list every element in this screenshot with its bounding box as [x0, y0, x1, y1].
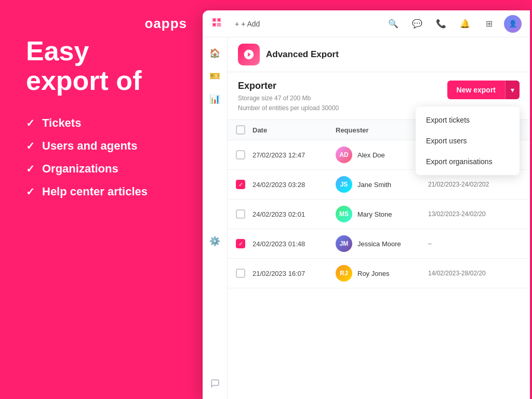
row-date: 21/02/2023 16:07	[252, 270, 336, 277]
row-date: 27/02/2023 12:47	[252, 151, 336, 159]
export-tickets-item[interactable]: Export tickets	[416, 110, 520, 130]
check-icon: ✓	[26, 117, 35, 129]
feature-item-organizations: ✓Organizations	[26, 162, 177, 176]
avatar: AD	[336, 147, 352, 163]
feature-label: Tickets	[42, 116, 81, 130]
feature-list: ✓Tickets✓Users and agents✓Organizations✓…	[26, 116, 177, 198]
export-organisations-item[interactable]: Export organisations	[416, 151, 520, 172]
row-checkbox[interactable]	[236, 269, 245, 278]
grid-icon[interactable]: ⊞	[480, 15, 498, 33]
avatar: JM	[336, 235, 352, 252]
sidebar-bottom-icon[interactable]	[206, 374, 224, 393]
storage-label: Storage size 47 of 200 Mb	[238, 94, 339, 103]
row-checkbox-container	[236, 150, 252, 159]
avatar: JS	[336, 176, 352, 193]
exporter-title: Exporter	[238, 81, 339, 91]
row-checkbox-container: ✓	[236, 239, 252, 248]
sidebar-home-icon[interactable]: 🏠	[206, 44, 224, 62]
exporter-info: Exporter Storage size 47 of 200 Mb Numbe…	[238, 81, 339, 113]
chat-icon[interactable]: 💬	[408, 15, 426, 33]
new-export-button[interactable]: New export	[447, 81, 505, 99]
row-checkbox[interactable]	[236, 150, 245, 159]
brand-logo: oapps	[144, 16, 187, 32]
row-date: 24/02/2023 03:28	[252, 181, 336, 189]
sidebar: 🏠 🎫 📊 ⚙️	[203, 37, 228, 399]
sidebar-settings-icon[interactable]: ⚙️	[206, 232, 224, 250]
feature-item-users-agents: ✓Users and agents	[26, 139, 177, 153]
export-users-item[interactable]: Export users	[416, 130, 520, 151]
row-checkbox-container	[236, 269, 252, 278]
check-icon: ✓	[26, 140, 35, 152]
feature-label: Organizations	[42, 162, 118, 176]
main-content: Advanced Export Exporter Storage size 47…	[228, 37, 530, 399]
row-name: Alex Doe	[357, 151, 385, 159]
entities-label: Number of entities per upload 30000	[238, 103, 339, 113]
row-requester: MS Mary Stone	[336, 206, 428, 222]
bell-icon[interactable]: 🔔	[456, 15, 474, 33]
app-window: + + Add 🔍 💬 📞 🔔 ⊞ 👤 🏠 🎫 📊 ⚙️	[203, 10, 530, 399]
row-checkbox[interactable]: ✓	[236, 180, 245, 189]
app-header: Advanced Export	[228, 37, 530, 72]
row-date: 24/02/2023 02:01	[252, 210, 336, 218]
row-name: Jane Smith	[357, 181, 391, 189]
row-checkbox-container: ✓	[236, 180, 252, 189]
col-date: Date	[252, 126, 336, 134]
search-icon-nav[interactable]: 🔍	[384, 15, 402, 33]
feature-item-tickets: ✓Tickets	[26, 116, 177, 130]
new-export-container: New export ▾ Export ticketsExport usersE…	[447, 81, 520, 99]
row-requester: JS Jane Smith	[336, 176, 428, 193]
app-icon-box	[238, 44, 260, 65]
avatar: MS	[336, 206, 352, 222]
row-period: 13/02/2023-24/02/20	[428, 210, 522, 218]
row-period: 14/02/2023-28/02/20	[428, 270, 522, 277]
row-checkbox[interactable]: ✓	[236, 239, 245, 248]
top-nav: + + Add 🔍 💬 📞 🔔 ⊞ 👤	[203, 10, 530, 37]
table-row[interactable]: 21/02/2023 16:07 RJ Roy Jones 14/02/2023…	[228, 259, 530, 288]
app-body: 🏠 🎫 📊 ⚙️ Advanced Export	[203, 37, 530, 399]
phone-icon[interactable]: 📞	[432, 15, 450, 33]
nav-logo	[211, 17, 222, 31]
avatar: RJ	[336, 265, 352, 282]
plus-icon: +	[235, 20, 239, 28]
left-panel: oapps Easy export of ✓Tickets✓Users and …	[0, 0, 203, 399]
check-icon: ✓	[26, 185, 35, 198]
main-heading: Easy export of	[26, 36, 177, 96]
check-icon: ✓	[26, 163, 35, 175]
row-requester: JM Jessica Moore	[336, 235, 428, 252]
new-export-chevron-button[interactable]: ▾	[505, 81, 520, 99]
exporter-section: Exporter Storage size 47 of 200 Mb Numbe…	[228, 72, 530, 120]
nav-add-button[interactable]: + + Add	[231, 18, 264, 30]
row-requester: AD Alex Doe	[336, 147, 428, 163]
sidebar-tickets-icon[interactable]: 🎫	[206, 66, 224, 85]
table-row[interactable]: 24/02/2023 02:01 MS Mary Stone 13/02/202…	[228, 200, 530, 229]
app-title: Advanced Export	[266, 49, 339, 60]
feature-label: Users and agents	[42, 139, 137, 153]
row-name: Roy Jones	[357, 270, 389, 277]
export-dropdown: Export ticketsExport usersExport organis…	[416, 107, 520, 175]
row-checkbox-container	[236, 209, 252, 219]
avatar-initials: 👤	[509, 20, 517, 28]
row-requester: RJ Roy Jones	[336, 265, 428, 282]
add-label: + Add	[241, 20, 260, 28]
table-row[interactable]: ✓ 24/02/2023 01:48 JM Jessica Moore –	[228, 229, 530, 259]
user-avatar-nav[interactable]: 👤	[504, 15, 522, 33]
row-checkbox[interactable]	[236, 209, 245, 219]
row-name: Jessica Moore	[357, 240, 401, 248]
row-date: 24/02/2023 01:48	[252, 240, 336, 248]
right-panel: + + Add 🔍 💬 📞 🔔 ⊞ 👤 🏠 🎫 📊 ⚙️	[203, 0, 532, 399]
row-period: 21/02/2023-24/02/202	[428, 181, 522, 188]
row-period: –	[428, 240, 522, 247]
feature-item-help-center: ✓Help center articles	[26, 185, 177, 198]
row-name: Mary Stone	[357, 210, 392, 218]
feature-label: Help center articles	[42, 185, 148, 198]
header-checkbox[interactable]	[236, 125, 245, 135]
sidebar-reports-icon[interactable]: 📊	[206, 89, 224, 108]
